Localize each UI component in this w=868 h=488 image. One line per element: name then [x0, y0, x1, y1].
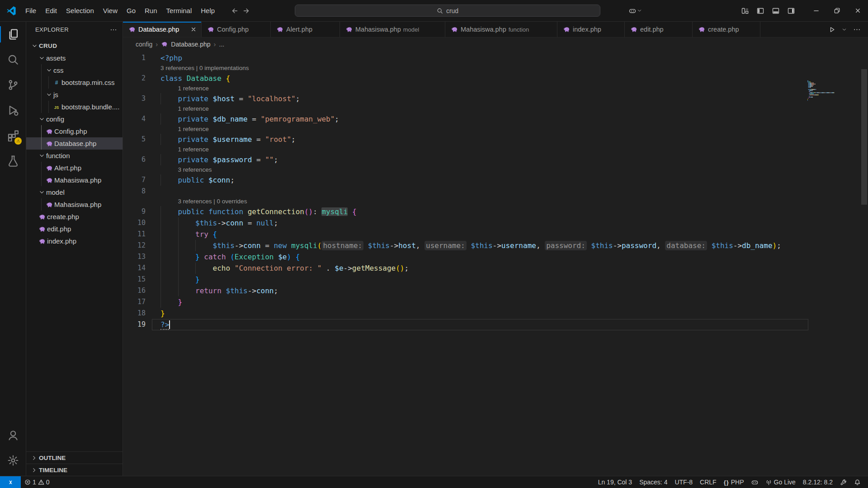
explorer-more-actions-icon[interactable] [110, 26, 117, 33]
status-indentation[interactable]: Spaces: 4 [636, 476, 671, 488]
code-editor[interactable]: 1<?php3 references | 0 implementations2c… [123, 51, 868, 476]
tree-item-mahasiswa-php[interactable]: Mahasiswa.php [26, 198, 123, 211]
codelens[interactable]: 1 reference [160, 145, 868, 154]
close-button[interactable] [847, 0, 868, 21]
code-line-4[interactable]: 4 private $db_name = "pemrograman_web"; [123, 113, 868, 125]
code-line-12[interactable]: 12 $this->conn = new mysqli(hostname: $t… [123, 240, 868, 251]
code-line-7[interactable]: 7 public $conn; [123, 174, 868, 186]
tree-item-index-php[interactable]: index.php [26, 235, 123, 247]
status-php-version[interactable]: 8.2.12: 8.2 [799, 476, 836, 488]
code-line-19[interactable]: 19?> [123, 319, 868, 330]
code-line-2[interactable]: 2class Database { [123, 73, 868, 84]
minimap[interactable] [806, 80, 860, 103]
activity-source-control[interactable] [0, 72, 26, 98]
tree-item-alert-php[interactable]: Alert.php [26, 162, 123, 174]
menu-terminal[interactable]: Terminal [162, 5, 197, 17]
more-actions-icon[interactable] [853, 26, 861, 33]
activity-extensions[interactable]: ⚠ [0, 123, 26, 148]
breadcrumb[interactable]: config › Database.php › ... [123, 38, 868, 51]
menu-selection[interactable]: Selection [61, 5, 99, 17]
minimize-button[interactable] [806, 0, 826, 21]
toggle-panel-icon[interactable] [772, 7, 779, 14]
code-line-11[interactable]: 11 try { [123, 229, 868, 240]
scrollbar[interactable] [861, 69, 867, 205]
tree-item-assets[interactable]: assets [26, 52, 123, 64]
timeline-section[interactable]: TIMELINE [26, 464, 123, 476]
codelens[interactable]: 1 reference [160, 84, 868, 93]
toggle-primary-sidebar-icon[interactable] [757, 7, 764, 14]
tab-edit-php[interactable]: edit.php [625, 22, 693, 37]
code-line-15[interactable]: 15 } [123, 274, 868, 285]
tab-index-php[interactable]: index.php [557, 22, 625, 37]
code-line-6[interactable]: 6 private $password = ""; [123, 154, 868, 165]
menu-view[interactable]: View [99, 5, 122, 17]
outline-section[interactable]: OUTLINE [26, 451, 123, 464]
code-line-13[interactable]: 13 } catch (Exception $e) { [123, 251, 868, 263]
problems-status[interactable]: 1 0 [21, 476, 53, 488]
run-button-icon[interactable] [829, 26, 835, 33]
activity-explorer[interactable] [0, 22, 26, 47]
code-line-5[interactable]: 5 private $username = "root"; [123, 134, 868, 145]
remote-indicator[interactable] [0, 476, 21, 488]
status-cursor-position[interactable]: Ln 19, Col 3 [594, 476, 636, 488]
tab-close-icon[interactable] [190, 26, 197, 33]
chevron-down-icon[interactable] [842, 27, 847, 32]
activity-run-and-debug[interactable] [0, 98, 26, 123]
tab-database-php[interactable]: Database.php [123, 22, 202, 37]
menu-go[interactable]: Go [122, 5, 140, 17]
tree-item-model[interactable]: model [26, 186, 123, 198]
menu-help[interactable]: Help [196, 5, 219, 17]
tab-config-php[interactable]: Config.php [202, 22, 271, 37]
codelens[interactable]: 1 reference [160, 125, 868, 134]
code-line-8[interactable]: 8 [123, 186, 868, 197]
tree-item-edit-php[interactable]: edit.php [26, 223, 123, 235]
forward-arrow-icon[interactable] [243, 7, 250, 14]
restore-button[interactable] [826, 0, 847, 21]
code-line-9[interactable]: 9 public function getConnection(): mysql… [123, 206, 868, 217]
tree-item-config-php[interactable]: Config.php [26, 125, 123, 137]
codelens[interactable]: 3 references [160, 165, 868, 174]
tab-alert-php[interactable]: Alert.php [271, 22, 340, 37]
activity-settings[interactable] [0, 448, 26, 473]
tree-item-bootstrap-min-css[interactable]: #bootstrap.min.css [26, 76, 123, 89]
status-tools[interactable] [836, 476, 850, 488]
tree-item-crud[interactable]: CRUD [26, 40, 123, 52]
activity-search[interactable] [0, 47, 26, 72]
code-line-3[interactable]: 3 private $host = "localhost"; [123, 93, 868, 104]
tab-mahasiswa-php-function[interactable]: Mahasiswa.phpfunction [445, 22, 557, 37]
status-eol[interactable]: CRLF [696, 476, 720, 488]
tree-item-create-php[interactable]: create.php [26, 211, 123, 223]
tree-item-css[interactable]: css [26, 64, 123, 76]
status-notifications[interactable] [850, 476, 864, 488]
activity-accounts[interactable] [0, 422, 26, 448]
search-command-center[interactable]: crud [295, 5, 600, 17]
code-line-17[interactable]: 17 } [123, 296, 868, 308]
code-line-1[interactable]: 1<?php [123, 52, 868, 64]
breadcrumb-symbol[interactable]: ... [219, 41, 225, 48]
customize-layout-icon[interactable] [741, 7, 749, 14]
breadcrumb-file[interactable]: Database.php [171, 41, 210, 48]
tree-item-mahasiswa-php[interactable]: Mahasiswa.php [26, 174, 123, 186]
status-copilot-status[interactable] [748, 476, 762, 488]
status-go-live[interactable]: Go Live [762, 476, 799, 488]
codelens[interactable]: 3 references | 0 overrides [160, 197, 868, 206]
status-encoding[interactable]: UTF-8 [671, 476, 696, 488]
tree-item-function[interactable]: function [26, 150, 123, 162]
code-line-10[interactable]: 10 $this->conn = null; [123, 217, 868, 229]
copilot-button[interactable] [629, 7, 642, 14]
toggle-secondary-sidebar-icon[interactable] [788, 7, 795, 14]
activity-testing[interactable] [0, 148, 26, 174]
code-line-16[interactable]: 16 return $this->conn; [123, 285, 868, 296]
tab-create-php[interactable]: create.php [693, 22, 760, 37]
back-arrow-icon[interactable] [231, 7, 238, 14]
codelens[interactable]: 3 references | 0 implementations [160, 64, 868, 73]
tab-mahasiswa-php-model[interactable]: Mahasiswa.phpmodel [340, 22, 445, 37]
menu-run[interactable]: Run [140, 5, 162, 17]
codelens[interactable]: 1 reference [160, 104, 868, 113]
tree-item-database-php[interactable]: Database.php [26, 137, 123, 150]
tree-item-config[interactable]: config [26, 113, 123, 125]
menu-file[interactable]: File [21, 5, 41, 17]
tree-item-js[interactable]: js [26, 89, 123, 101]
code-line-14[interactable]: 14 echo "Connection error: " . $e->getMe… [123, 263, 868, 274]
status-language-mode[interactable]: {}PHP [720, 476, 748, 488]
